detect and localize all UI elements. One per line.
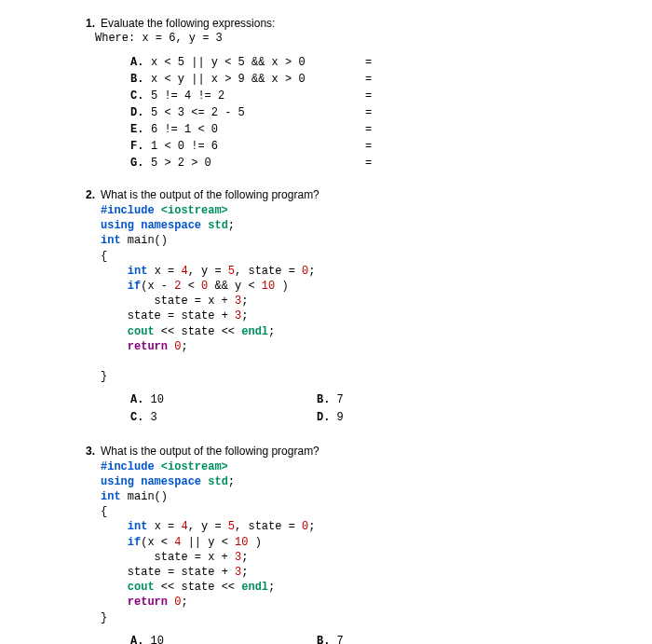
- q2-heading: 2. What is the output of the following p…: [75, 188, 615, 201]
- q1-d-label: D.: [130, 104, 151, 121]
- q1-item-d: D. 5 < 3 <= 2 - 5 =: [130, 104, 615, 121]
- q1-a-eq: =: [365, 54, 376, 71]
- q1-item-f: F. 1 < 0 != 6 =: [130, 138, 615, 155]
- q1-where: Where: x = 6, y = 3: [95, 32, 615, 45]
- q1-item-g: G. 5 > 2 > 0 =: [130, 155, 615, 171]
- q3-heading: 3. What is the output of the following p…: [75, 445, 615, 458]
- q1-item-a: A. x < 5 || y < 5 && x > 0 =: [130, 54, 615, 71]
- q3-option-b: B. 7: [317, 633, 503, 644]
- q3-number: 3.: [75, 445, 101, 458]
- q1-g-label: G.: [130, 155, 151, 171]
- q1-g-expr: 5 > 2 > 0: [151, 155, 365, 171]
- q3-option-a: A. 10: [130, 633, 317, 644]
- q1-item-e: E. 6 != 1 < 0 =: [130, 121, 615, 138]
- q2-option-b: B. 7: [317, 391, 503, 409]
- q1-d-expr: 5 < 3 <= 2 - 5: [151, 104, 365, 121]
- q1-e-label: E.: [130, 121, 151, 138]
- q2-option-d: D. 9: [317, 409, 503, 427]
- q3-options: A. 10 B. 7 C. 3 D. 9: [130, 633, 615, 644]
- q1-f-eq: =: [365, 138, 376, 155]
- q1-number: 1.: [75, 17, 101, 30]
- question-1: 1. Evaluate the following expressions: W…: [75, 17, 615, 171]
- q2-text: What is the output of the following prog…: [101, 188, 615, 201]
- q1-b-expr: x < y || x > 9 && x > 0: [151, 71, 365, 88]
- q3-code: #include <iostream> using namespace std;…: [101, 459, 615, 625]
- q2-options-row2: C. 3 D. 9: [130, 409, 615, 427]
- q1-b-label: B.: [130, 71, 151, 88]
- question-2: 2. What is the output of the following p…: [75, 188, 615, 428]
- q1-f-expr: 1 < 0 != 6: [151, 138, 365, 155]
- q1-heading: 1. Evaluate the following expressions:: [75, 17, 615, 30]
- q1-item-b: B. x < y || x > 9 && x > 0 =: [130, 71, 615, 88]
- question-3: 3. What is the output of the following p…: [75, 445, 615, 644]
- q2-options: A. 10 B. 7 C. 3 D. 9: [130, 391, 615, 427]
- q2-options-row1: A. 10 B. 7: [130, 391, 615, 409]
- q2-number: 2.: [75, 188, 101, 201]
- q1-e-expr: 6 != 1 < 0: [151, 121, 365, 138]
- q2-option-c: C. 3: [130, 409, 317, 427]
- q1-a-label: A.: [130, 54, 151, 71]
- q1-text: Evaluate the following expressions:: [101, 17, 615, 30]
- q1-f-label: F.: [130, 138, 151, 155]
- q1-c-eq: =: [365, 88, 376, 104]
- q1-e-eq: =: [365, 121, 376, 138]
- page: 1. Evaluate the following expressions: W…: [0, 0, 652, 644]
- q3-options-row1: A. 10 B. 7: [130, 633, 615, 644]
- q1-b-eq: =: [365, 71, 376, 88]
- q2-code: #include <iostream> using namespace std;…: [101, 203, 615, 384]
- q1-d-eq: =: [365, 104, 376, 121]
- q1-c-expr: 5 != 4 != 2: [151, 88, 365, 104]
- q1-item-c: C. 5 != 4 != 2 =: [130, 88, 615, 104]
- q1-a-expr: x < 5 || y < 5 && x > 0: [151, 54, 365, 71]
- q2-option-a: A. 10: [130, 391, 317, 409]
- q1-c-label: C.: [130, 88, 151, 104]
- q3-text: What is the output of the following prog…: [101, 445, 615, 458]
- q1-g-eq: =: [365, 155, 376, 171]
- q1-items: A. x < 5 || y < 5 && x > 0 = B. x < y ||…: [130, 54, 615, 171]
